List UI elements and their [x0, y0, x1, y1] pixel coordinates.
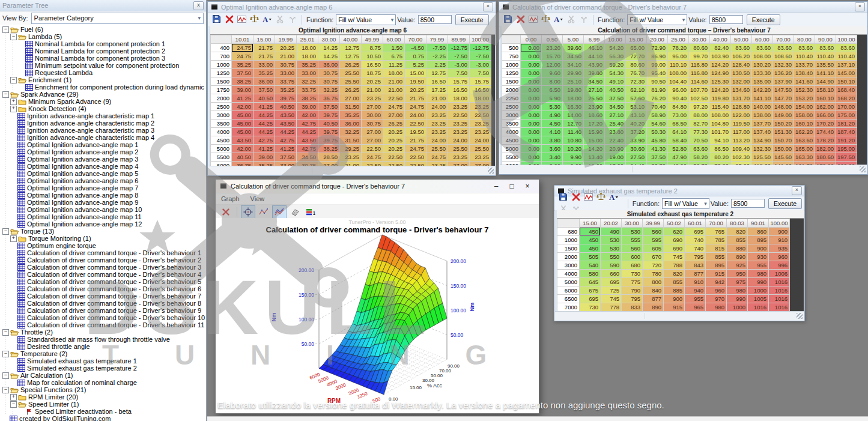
map-cell[interactable]: 820	[727, 228, 747, 235]
map-cell[interactable]: 36.00	[318, 61, 339, 68]
map-cell[interactable]: 30.75	[362, 120, 383, 127]
map-cell[interactable]: 960	[769, 253, 789, 261]
map-cell[interactable]: 80.60	[626, 61, 646, 68]
map-cell[interactable]: 101.70	[710, 128, 730, 136]
map-cell[interactable]: 877	[685, 270, 705, 277]
map-cell[interactable]: 21.75	[405, 94, 426, 102]
map-cell[interactable]: 20.25	[405, 86, 426, 94]
map-cell[interactable]: 29.90	[563, 69, 583, 77]
execute-button[interactable]: Execute	[768, 198, 802, 209]
tree-item[interactable]: Optimal Ignition advance-angle map 10	[0, 206, 206, 213]
map-cell[interactable]: 28.50	[318, 153, 339, 161]
map-cell[interactable]: 20.25	[362, 77, 383, 85]
branch-icon[interactable]	[287, 14, 298, 25]
map-cell[interactable]: 935	[769, 244, 789, 252]
map-cell[interactable]: 12.70	[563, 120, 583, 127]
resize-grip[interactable]	[860, 166, 866, 172]
map-cell[interactable]: 137.70	[752, 120, 772, 127]
map-cell[interactable]: 18.00	[470, 94, 491, 102]
map-cell[interactable]: 22.50	[470, 111, 491, 119]
map-cell[interactable]: 44.25	[297, 128, 318, 136]
map-cell[interactable]: 960	[706, 286, 726, 294]
map-cell[interactable]: 43.50	[275, 120, 296, 127]
map-cell[interactable]: 725	[601, 286, 621, 294]
map-cell[interactable]: 130.20	[752, 61, 772, 68]
map-cell[interactable]: 63.60	[689, 145, 709, 153]
map-cell[interactable]: 47.90	[668, 153, 688, 161]
map-cell[interactable]: 16.50	[362, 61, 383, 68]
map-cell[interactable]: 73.00	[668, 111, 688, 119]
map-cell[interactable]: 27.00	[448, 162, 469, 166]
map-cell[interactable]: 90.50	[647, 77, 667, 85]
map-cell[interactable]: 150.70	[773, 136, 794, 144]
tree-item[interactable]: −Fuel (6)	[0, 26, 206, 33]
map-cell[interactable]: 23.25	[448, 128, 469, 136]
map-cell[interactable]: 40.20	[626, 120, 646, 127]
tree-item[interactable]: Calculation of driver command torque - D…	[0, 271, 206, 278]
tree-item[interactable]: Standardised air mass flow through throt…	[0, 336, 206, 343]
value-input[interactable]	[731, 199, 765, 208]
map-cell[interactable]: 24.75	[426, 153, 448, 161]
map-cell[interactable]: 137.10	[836, 61, 857, 68]
map-cell[interactable]: 895	[748, 236, 768, 244]
map-cell[interactable]: 106.20	[731, 52, 751, 60]
map-cell[interactable]: 152.30	[794, 86, 815, 94]
titlebar[interactable]: Calculation of driver command torque - D…	[216, 180, 539, 193]
map-cell[interactable]: 40.50	[605, 86, 625, 94]
map-cell[interactable]: 117.00	[731, 128, 751, 136]
close-button[interactable]: ×	[520, 182, 535, 190]
map-cell[interactable]: 730	[580, 303, 600, 311]
map-cell[interactable]: 16.50	[426, 77, 448, 85]
map-cell[interactable]: 833	[622, 303, 642, 311]
map-cell[interactable]: 27.10	[584, 86, 604, 94]
map-cell[interactable]: 965	[685, 303, 705, 311]
map-cell[interactable]: 44.25	[253, 120, 275, 127]
collapse-toggle[interactable]: −	[10, 77, 17, 83]
map-cell[interactable]: 16.50	[448, 86, 469, 94]
tree-item[interactable]: Desired throttle angle	[0, 343, 206, 350]
multi-series-chart-icon[interactable]	[272, 205, 287, 219]
map-cell[interactable]: 27.00	[362, 128, 383, 136]
tree-item[interactable]: Requested Lambda	[0, 69, 206, 76]
map-cell[interactable]: 141.10	[752, 94, 772, 102]
map-cell[interactable]: 144.90	[815, 77, 836, 85]
map-cell[interactable]: 23.25	[448, 153, 469, 161]
map-cell[interactable]: 730	[622, 270, 642, 277]
map-cell[interactable]: 37.50	[275, 153, 296, 161]
map-cell[interactable]: 695	[601, 278, 621, 286]
map-cell[interactable]: 158.10	[815, 86, 836, 94]
cut-icon[interactable]	[565, 14, 577, 25]
map-cell[interactable]: 530	[622, 228, 642, 235]
map-cell[interactable]: 197.50	[836, 153, 857, 161]
map-cell[interactable]: 83.60	[752, 44, 772, 52]
map-cell[interactable]: 145.60	[773, 153, 794, 161]
compare-icon[interactable]	[540, 13, 551, 25]
map-cell[interactable]: 97.20	[689, 103, 709, 111]
map-cell[interactable]: 124.20	[710, 86, 730, 94]
map-cell[interactable]: 27.00	[318, 162, 339, 166]
function-select[interactable]: Fill w/ Value▾	[336, 14, 396, 25]
tree-item[interactable]: Nominal Lambda for component protection …	[0, 40, 206, 47]
map-cell[interactable]: 84.80	[668, 103, 688, 111]
delete-icon[interactable]	[570, 191, 581, 202]
delete-icon[interactable]	[515, 14, 526, 25]
map-cell[interactable]: 740	[685, 244, 705, 252]
map-cell[interactable]: 43.50	[275, 111, 296, 119]
map-cell[interactable]: 32.25	[318, 86, 339, 94]
map-cell[interactable]: 890	[643, 303, 663, 311]
map-cell[interactable]: 83.60	[731, 44, 751, 52]
map-cell[interactable]: 0.75	[405, 52, 426, 60]
tree-item[interactable]: −Air Calculation (1)	[0, 372, 206, 379]
map-cell[interactable]: 162.00	[815, 103, 836, 111]
map-cell[interactable]: 83.60	[836, 44, 857, 52]
map-cell[interactable]: 33.75	[297, 86, 318, 94]
map-cell[interactable]: 58.90	[647, 111, 667, 119]
map-cell[interactable]: 10.50	[362, 52, 383, 60]
map-cell[interactable]: 955	[748, 261, 768, 269]
map-cell[interactable]: 5.90	[542, 94, 562, 102]
map-cell[interactable]: 17.20	[584, 120, 604, 127]
map-cell[interactable]: 35.25	[340, 111, 361, 119]
map-cell[interactable]: 1016	[769, 295, 789, 303]
map-cell[interactable]: 37.20	[626, 128, 646, 136]
map-cell[interactable]: 37.50	[318, 103, 339, 111]
